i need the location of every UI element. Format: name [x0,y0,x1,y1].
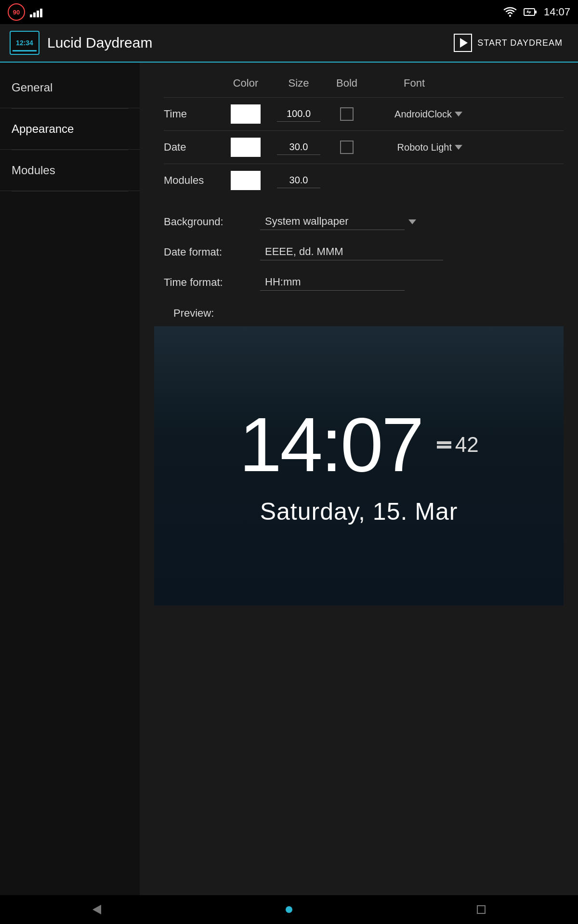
battery-charging-icon [524,7,537,17]
svg-marker-5 [460,38,468,48]
background-label: Background: [164,216,260,228]
date-bold-checkbox[interactable] [340,141,354,154]
preview-area: 14:07 42 Saturday, 15. Mar [154,326,564,605]
wifi-icon [503,7,517,17]
preview-label-row: Preview: [173,307,564,324]
status-bar: 90 14:07 [0,0,578,24]
main-layout: General Appearance Modules Color Size Bo… [0,63,578,895]
date-font-cell[interactable]: Roboto Light [366,142,462,153]
date-row-label: Date [164,141,222,154]
signal-bar-4 [40,9,42,17]
modules-color-cell [222,171,270,190]
svg-marker-3 [526,9,531,16]
status-left: 90 [8,3,42,21]
time-row-label: Time [164,108,222,120]
background-dropdown[interactable]: System wallpaper [260,213,416,230]
sidebar-item-appearance[interactable]: Appearance [0,109,140,150]
signal-bar-1 [30,14,32,17]
date-color-cell [222,138,270,157]
preview-modules-area: 42 [437,433,479,457]
time-bold-cell [328,107,366,121]
background-row: Background: System wallpaper [164,206,564,237]
battery-line-1 [437,441,451,444]
background-dropdown-arrow [408,219,416,224]
table-row-date: Date Roboto Light [164,130,564,164]
battery-number: 42 [455,433,479,457]
start-daydream-label: START DAYDREAM [477,38,563,48]
app-title: Lucid Daydream [47,35,152,51]
preview-date-display: Saturday, 15. Mar [260,498,458,526]
app-icon-time-text: 12:34 [16,39,33,47]
date-color-swatch[interactable] [231,138,261,157]
table-header-row: Color Size Bold Font [164,72,564,97]
date-format-row: Date format: [164,237,564,267]
preview-time-row: 14:07 42 [239,406,478,483]
background-value: System wallpaper [260,213,405,230]
modules-color-swatch[interactable] [231,171,261,190]
table-row-modules: Modules [164,164,564,197]
time-color-swatch[interactable] [231,104,261,124]
app-icon: 12:34 [10,31,39,55]
app-icon-underline [13,50,37,51]
action-bar: 12:34 Lucid Daydream START DAYDREAM [0,24,578,63]
status-time: 14:07 [544,6,570,18]
sidebar-item-general[interactable]: General [0,67,140,108]
date-size-input[interactable] [277,140,320,155]
preview-label: Preview: [173,307,214,320]
time-font-cell[interactable]: AndroidClock [366,109,462,120]
font-header-text: Font [404,77,425,89]
date-format-input[interactable] [260,244,443,260]
modules-size-cell [270,173,328,188]
battery-bar-icon [437,441,451,449]
time-format-label: Time format: [164,276,260,289]
time-color-cell [222,104,270,124]
module-battery: 42 [437,433,479,457]
time-size-input[interactable] [277,106,320,122]
time-font-name: AndroidClock [394,109,452,120]
date-format-label: Date format: [164,246,260,258]
home-button[interactable] [286,906,292,913]
app-title-area: 12:34 Lucid Daydream [10,31,152,55]
date-font-dropdown-arrow [455,145,462,150]
sidebar: General Appearance Modules [0,63,140,895]
date-font-name: Roboto Light [397,142,452,153]
bottom-nav [0,895,578,924]
col-font-header: Font [366,77,462,90]
status-right: 14:07 [503,6,570,18]
time-bold-checkbox[interactable] [340,107,354,121]
col-color-header: Color [222,77,270,90]
time-font-dropdown-arrow [455,112,462,116]
signal-bars-icon [30,7,42,17]
format-section: Background: System wallpaper Date format… [164,206,564,324]
bold-header-text: Bold [336,77,357,89]
col-bold-header: Bold [328,77,366,90]
signal-bar-3 [37,11,39,17]
time-size-cell [270,106,328,122]
signal-bar-2 [33,13,36,17]
modules-size-input[interactable] [277,173,320,188]
sidebar-item-modules[interactable]: Modules [0,150,140,191]
time-format-row: Time format: [164,267,564,297]
sidebar-divider-3 [12,191,128,192]
svg-rect-2 [535,11,537,13]
date-size-cell [270,140,328,155]
table-row-time: Time AndroidClock [164,97,564,130]
modules-row-label: Modules [164,174,222,187]
recents-button[interactable] [477,905,486,914]
color-header-text: Color [233,77,259,89]
time-format-input[interactable] [260,274,405,291]
battery-line-2 [437,446,451,449]
col-size-header: Size [270,77,328,90]
back-button[interactable] [92,905,101,914]
start-daydream-button[interactable]: START DAYDREAM [447,29,568,56]
svg-point-0 [509,15,511,17]
content-area: Color Size Bold Font Time [140,63,578,895]
date-bold-cell [328,141,366,154]
play-icon [453,33,473,52]
preview-time-display: 14:07 [239,406,422,483]
battery-level-indicator: 90 [8,3,25,21]
size-header-text: Size [289,77,309,89]
